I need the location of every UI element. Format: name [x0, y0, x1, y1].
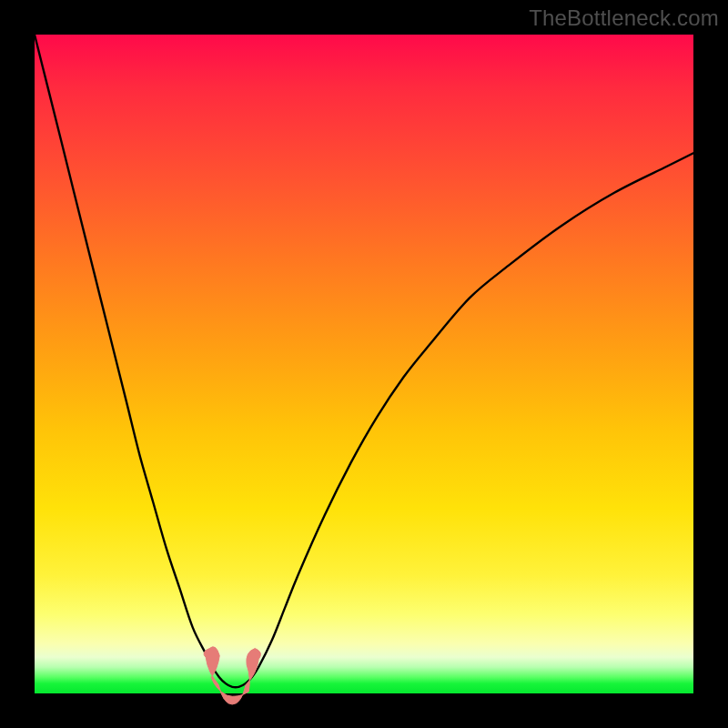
- trough-marker: [204, 647, 260, 704]
- plot-area: [35, 35, 693, 693]
- bottleneck-curve: [35, 35, 693, 687]
- chart-frame: TheBottleneck.com: [0, 0, 728, 728]
- curve-layer: [35, 35, 693, 693]
- watermark-text: TheBottleneck.com: [529, 5, 719, 31]
